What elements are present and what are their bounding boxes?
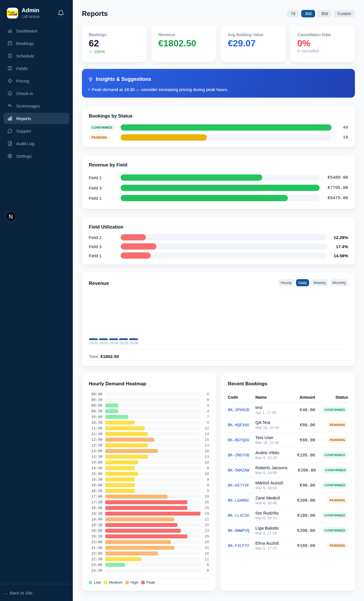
svg-text:ARENA: ARENA xyxy=(9,13,16,16)
